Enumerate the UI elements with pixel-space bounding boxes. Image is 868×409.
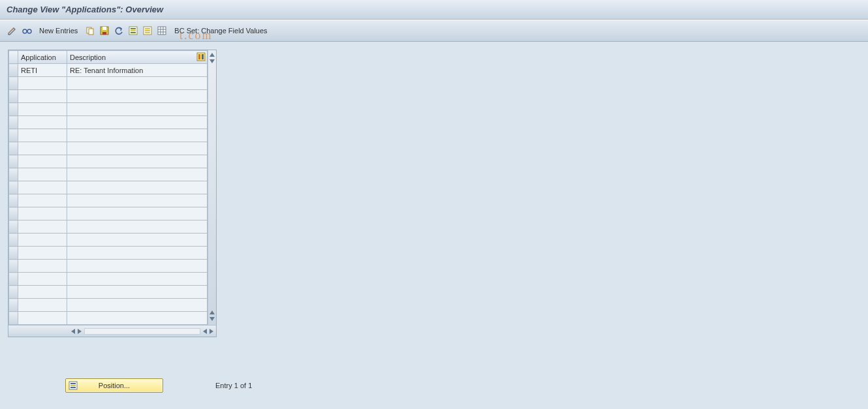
table-row[interactable]	[9, 142, 208, 155]
cell-application[interactable]	[18, 116, 67, 129]
position-button[interactable]: Position...	[65, 378, 163, 393]
select-all-icon[interactable]	[127, 25, 139, 37]
cell-application[interactable]	[18, 234, 67, 247]
cell-description[interactable]	[67, 260, 208, 273]
table-row[interactable]	[9, 299, 208, 312]
cell-application[interactable]	[18, 168, 67, 181]
row-selector[interactable]	[9, 207, 18, 220]
table-row[interactable]	[9, 116, 208, 129]
table-row[interactable]	[9, 129, 208, 142]
table-row[interactable]	[9, 273, 208, 286]
grid[interactable]: Application Description RETIRE: Tenant I…	[8, 50, 208, 325]
cell-application[interactable]	[18, 129, 67, 142]
table-row[interactable]	[9, 220, 208, 234]
scroll-right-page-icon[interactable]	[209, 329, 213, 334]
cell-description[interactable]	[67, 220, 208, 234]
row-selector[interactable]	[9, 90, 18, 103]
save-icon[interactable]	[99, 25, 110, 37]
table-row[interactable]	[9, 312, 208, 325]
deselect-all-icon[interactable]	[142, 25, 153, 37]
row-selector[interactable]	[9, 142, 18, 155]
row-selector[interactable]	[9, 247, 18, 260]
cell-application[interactable]: RETI	[18, 64, 67, 77]
cell-application[interactable]	[18, 142, 67, 155]
cell-description[interactable]	[67, 77, 208, 90]
scroll-up-page-icon[interactable]	[209, 311, 215, 314]
undo-icon[interactable]	[113, 25, 125, 37]
select-all-header[interactable]	[9, 51, 18, 64]
vertical-scrollbar[interactable]	[208, 50, 216, 325]
table-row[interactable]	[9, 194, 208, 207]
table-row[interactable]	[9, 90, 208, 103]
cell-description[interactable]	[67, 142, 208, 155]
cell-description[interactable]	[67, 194, 208, 207]
cell-application[interactable]	[18, 181, 67, 194]
cell-description[interactable]	[67, 273, 208, 286]
row-selector[interactable]	[9, 155, 18, 168]
scroll-down-page-icon[interactable]	[209, 317, 215, 321]
cell-application[interactable]	[18, 77, 67, 90]
row-selector[interactable]	[9, 286, 18, 299]
cell-application[interactable]	[18, 260, 67, 273]
new-entries-button[interactable]: New Entries	[39, 27, 78, 35]
scroll-down-icon[interactable]	[209, 59, 215, 63]
column-description[interactable]: Description	[67, 51, 208, 64]
scroll-left-page-icon[interactable]	[203, 329, 207, 334]
cell-description[interactable]	[67, 207, 208, 220]
cell-application[interactable]	[18, 247, 67, 260]
cell-description[interactable]	[67, 234, 208, 247]
cell-description[interactable]	[67, 103, 208, 116]
row-selector[interactable]	[9, 181, 18, 194]
table-row[interactable]	[9, 181, 208, 194]
scroll-left-icon[interactable]	[71, 329, 75, 334]
scroll-right-icon[interactable]	[78, 329, 82, 334]
copy-icon[interactable]	[84, 25, 96, 37]
cell-application[interactable]	[18, 220, 67, 234]
row-selector[interactable]	[9, 77, 18, 90]
table-row[interactable]	[9, 77, 208, 90]
row-selector[interactable]	[9, 273, 18, 286]
cell-description[interactable]	[67, 116, 208, 129]
horizontal-scrollbar[interactable]	[8, 325, 216, 337]
cell-application[interactable]	[18, 90, 67, 103]
configure-columns-icon[interactable]	[196, 52, 206, 63]
table-row[interactable]	[9, 168, 208, 181]
scroll-up-icon[interactable]	[209, 53, 215, 57]
column-application[interactable]: Application	[18, 51, 67, 64]
row-selector[interactable]	[9, 312, 18, 325]
cell-application[interactable]	[18, 299, 67, 312]
table-row[interactable]	[9, 207, 208, 220]
cell-application[interactable]	[18, 194, 67, 207]
cell-description[interactable]	[67, 312, 208, 325]
row-selector[interactable]	[9, 299, 18, 312]
cell-description[interactable]	[67, 181, 208, 194]
cell-application[interactable]	[18, 207, 67, 220]
table-row[interactable]	[9, 103, 208, 116]
row-selector[interactable]	[9, 64, 18, 77]
table-row[interactable]	[9, 286, 208, 299]
cell-application[interactable]	[18, 103, 67, 116]
scroll-track[interactable]	[84, 328, 200, 335]
cell-description[interactable]	[67, 247, 208, 260]
table-settings-icon[interactable]	[156, 25, 168, 37]
row-selector[interactable]	[9, 168, 18, 181]
cell-description[interactable]	[67, 129, 208, 142]
table-row[interactable]	[9, 247, 208, 260]
cell-application[interactable]	[18, 312, 67, 325]
row-selector[interactable]	[9, 194, 18, 207]
row-selector[interactable]	[9, 220, 18, 234]
cell-description[interactable]	[67, 299, 208, 312]
table-row[interactable]	[9, 234, 208, 247]
row-selector[interactable]	[9, 116, 18, 129]
pencil-icon[interactable]	[7, 25, 18, 37]
row-selector[interactable]	[9, 234, 18, 247]
cell-description[interactable]	[67, 90, 208, 103]
cell-application[interactable]	[18, 286, 67, 299]
cell-description[interactable]	[67, 286, 208, 299]
table-row[interactable]: RETIRE: Tenant Information	[9, 64, 208, 77]
cell-description[interactable]	[67, 168, 208, 181]
row-selector[interactable]	[9, 103, 18, 116]
cell-application[interactable]	[18, 273, 67, 286]
row-selector[interactable]	[9, 129, 18, 142]
table-row[interactable]	[9, 155, 208, 168]
